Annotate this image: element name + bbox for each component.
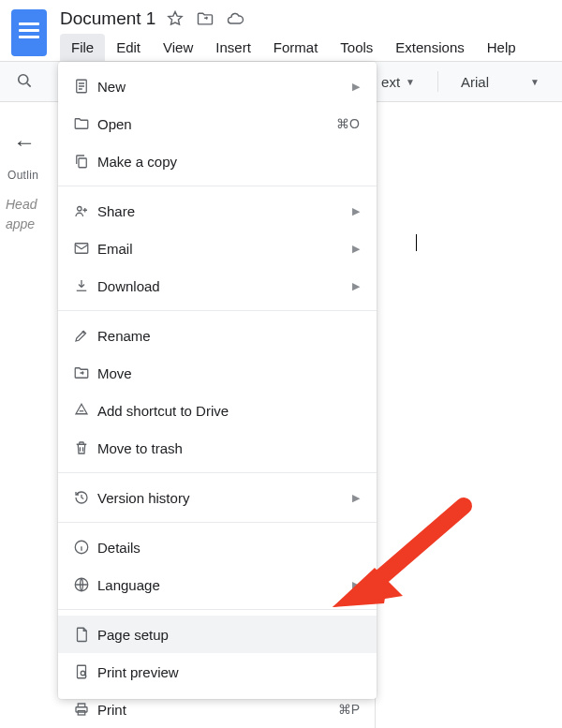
- style-select[interactable]: ext ▼: [374, 74, 422, 90]
- print-icon: [73, 701, 97, 718]
- menu-item-label: Add shortcut to Drive: [97, 403, 360, 419]
- file-menu-make-copy[interactable]: Make a copy: [58, 142, 377, 180]
- font-select-label: Arial: [461, 74, 489, 90]
- svg-point-3: [78, 207, 82, 212]
- menu-separator: [58, 472, 377, 473]
- menu-item-label: Rename: [97, 328, 360, 344]
- move-icon: [73, 364, 97, 381]
- docs-app-icon[interactable]: [11, 9, 47, 56]
- menu-item-label: Version history: [97, 490, 352, 506]
- email-icon: [73, 240, 97, 257]
- chevron-right-icon: ▶: [352, 243, 360, 255]
- folder-icon: [73, 115, 97, 132]
- text-cursor: [416, 234, 417, 251]
- file-menu-move-trash[interactable]: Move to trash: [58, 429, 377, 467]
- toolbar-separator: [437, 71, 438, 92]
- chevron-right-icon: ▶: [352, 205, 360, 217]
- outline-panel: ← Outlin Head appe: [6, 122, 56, 234]
- copy-icon: [73, 153, 97, 170]
- file-menu-language[interactable]: Language ▶: [58, 566, 377, 603]
- chevron-right-icon: ▶: [352, 579, 360, 591]
- menu-item-label: Page setup: [97, 627, 360, 643]
- menu-insert[interactable]: Insert: [204, 34, 262, 61]
- back-arrow-icon[interactable]: ←: [13, 129, 56, 156]
- menu-edit[interactable]: Edit: [105, 34, 152, 61]
- font-select[interactable]: Arial ▼: [453, 74, 547, 90]
- menu-shortcut: ⌘O: [336, 116, 360, 131]
- style-select-label: ext: [381, 74, 400, 90]
- menu-help[interactable]: Help: [476, 34, 527, 61]
- menu-format[interactable]: Format: [262, 34, 330, 61]
- outline-placeholder-1: Head: [6, 197, 37, 212]
- outline-label: Outlin: [7, 169, 56, 182]
- menu-item-label: Move: [97, 365, 360, 381]
- globe-icon: [73, 576, 97, 593]
- outline-placeholder-2: appe: [6, 216, 35, 231]
- chevron-down-icon: ▼: [530, 77, 540, 87]
- menu-separator: [58, 609, 377, 610]
- star-icon[interactable]: [165, 8, 185, 29]
- history-icon: [73, 489, 97, 506]
- menu-shortcut: ⌘P: [338, 702, 360, 717]
- file-menu-open[interactable]: Open ⌘O: [58, 105, 377, 142]
- svg-rect-10: [78, 711, 85, 716]
- menu-item-label: Open: [97, 116, 336, 132]
- share-icon: [73, 202, 97, 219]
- svg-rect-2: [79, 158, 86, 168]
- menu-item-label: Print preview: [97, 664, 360, 680]
- file-menu-page-setup[interactable]: Page setup: [58, 616, 377, 653]
- menu-view[interactable]: View: [152, 34, 204, 61]
- trash-icon: [73, 439, 97, 456]
- page-setup-icon: [73, 626, 97, 643]
- file-menu-rename[interactable]: Rename: [58, 317, 377, 354]
- menu-item-label: Move to trash: [97, 440, 360, 456]
- file-menu-print[interactable]: Print ⌘P: [58, 691, 377, 728]
- menu-separator: [58, 310, 377, 311]
- menu-item-label: Share: [97, 203, 352, 219]
- menu-separator: [58, 522, 377, 523]
- drive-shortcut-icon: [73, 402, 97, 419]
- file-menu-version-history[interactable]: Version history ▶: [58, 479, 377, 516]
- info-icon: [73, 539, 97, 556]
- svg-point-8: [81, 671, 85, 676]
- menu-item-label: Print: [97, 702, 338, 718]
- file-menu-dropdown: New ▶ Open ⌘O Make a copy Share ▶ Email …: [58, 62, 377, 699]
- document-canvas[interactable]: [375, 122, 562, 721]
- menu-item-label: Make a copy: [97, 154, 360, 170]
- menu-item-label: New: [97, 79, 352, 95]
- print-preview-icon: [73, 663, 97, 680]
- file-menu-download[interactable]: Download ▶: [58, 267, 377, 305]
- cloud-status-icon[interactable]: [225, 8, 245, 29]
- file-menu-share[interactable]: Share ▶: [58, 192, 377, 230]
- menu-bar: File Edit View Insert Format Tools Exten…: [60, 34, 555, 61]
- download-icon: [73, 277, 97, 294]
- menu-item-label: Download: [97, 278, 352, 294]
- menu-item-label: Language: [97, 577, 352, 593]
- file-menu-add-shortcut[interactable]: Add shortcut to Drive: [58, 392, 377, 429]
- file-menu-details[interactable]: Details: [58, 528, 377, 566]
- chevron-right-icon: ▶: [352, 492, 360, 504]
- menu-file[interactable]: File: [60, 34, 105, 61]
- move-folder-icon[interactable]: [195, 8, 215, 29]
- menu-item-label: Details: [97, 540, 360, 556]
- menu-separator: [58, 186, 377, 186]
- file-menu-email[interactable]: Email ▶: [58, 230, 377, 267]
- menu-extensions[interactable]: Extensions: [384, 34, 475, 61]
- chevron-down-icon: ▼: [406, 77, 415, 87]
- chevron-right-icon: ▶: [352, 81, 360, 93]
- svg-point-0: [19, 74, 28, 83]
- chevron-right-icon: ▶: [352, 280, 360, 292]
- file-menu-move[interactable]: Move: [58, 354, 377, 392]
- menu-item-label: Email: [97, 241, 352, 257]
- document-title[interactable]: Document 1: [60, 8, 155, 29]
- file-menu-new[interactable]: New ▶: [58, 67, 377, 105]
- search-icon[interactable]: [15, 71, 34, 93]
- menu-tools[interactable]: Tools: [329, 34, 384, 61]
- rename-icon: [73, 327, 97, 344]
- new-doc-icon: [73, 78, 97, 95]
- file-menu-print-preview[interactable]: Print preview: [58, 653, 377, 691]
